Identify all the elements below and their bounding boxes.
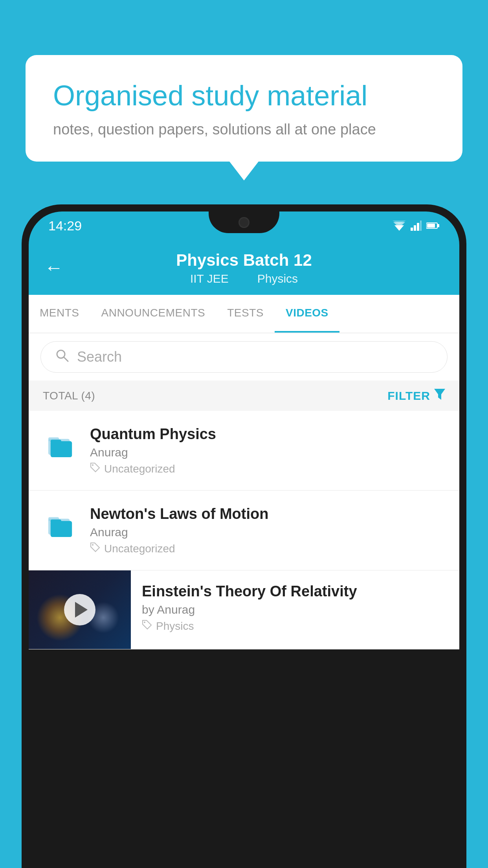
tag-label: Physics: [156, 620, 194, 633]
search-bar[interactable]: Search: [40, 341, 448, 373]
folder-icon: [43, 427, 78, 463]
search-container: Search: [29, 333, 459, 381]
subtitle-physics: Physics: [257, 272, 298, 285]
header-title: Physics Batch 12: [48, 251, 440, 270]
filter-row: TOTAL (4) FILTER: [29, 381, 459, 411]
svg-marker-12: [434, 389, 445, 400]
subtitle-sep: [241, 272, 248, 285]
svg-rect-6: [420, 221, 422, 231]
item-info: Quantum Physics Anurag Uncategorized: [90, 426, 445, 475]
video-tag: Physics: [142, 620, 448, 633]
svg-rect-8: [427, 224, 435, 228]
bubble-subtitle: notes, question papers, solutions all at…: [53, 121, 435, 138]
signal-icon: [411, 221, 422, 231]
list-item[interactable]: Quantum Physics Anurag Uncategorized: [29, 411, 459, 491]
svg-point-17: [92, 464, 94, 466]
speech-bubble: Organised study material notes, question…: [26, 55, 462, 162]
list-content: Quantum Physics Anurag Uncategorized: [29, 411, 459, 649]
item-title: Quantum Physics: [90, 426, 445, 443]
battery-icon: [426, 222, 440, 229]
filter-label: FILTER: [387, 389, 430, 403]
item-tag: Uncategorized: [90, 462, 445, 475]
list-item[interactable]: Newton's Laws of Motion Anurag Uncategor…: [29, 491, 459, 570]
svg-rect-9: [438, 224, 439, 227]
folder-icon: [43, 507, 78, 542]
video-list-item[interactable]: Einstein's Theory Of Relativity by Anura…: [29, 570, 459, 649]
play-button[interactable]: [64, 594, 95, 625]
video-thumbnail: [29, 570, 131, 649]
svg-point-22: [92, 544, 94, 546]
tab-ments[interactable]: MENTS: [29, 295, 90, 333]
svg-point-23: [144, 622, 145, 623]
notch: [209, 211, 279, 233]
app-header: ← Physics Batch 12 IIT JEE Physics: [29, 240, 459, 295]
wifi-icon: [393, 221, 406, 231]
status-bar: 14:29: [29, 211, 459, 240]
filter-button[interactable]: FILTER: [387, 388, 445, 403]
phone-frame: 14:29: [22, 204, 466, 868]
tab-tests[interactable]: TESTS: [216, 295, 275, 333]
tab-videos[interactable]: VIDEOS: [275, 295, 339, 333]
tabs-bar: MENTS ANNOUNCEMENTS TESTS VIDEOS: [29, 295, 459, 333]
svg-rect-20: [51, 521, 72, 537]
tab-announcements[interactable]: ANNOUNCEMENTS: [90, 295, 216, 333]
total-label: TOTAL (4): [43, 390, 95, 402]
item-tag: Uncategorized: [90, 542, 445, 555]
status-icons: [393, 221, 440, 231]
camera: [238, 217, 250, 228]
svg-rect-15: [51, 441, 72, 457]
search-placeholder: Search: [77, 349, 122, 365]
filter-funnel-icon: [434, 388, 445, 403]
item-info: Newton's Laws of Motion Anurag Uncategor…: [90, 506, 445, 555]
svg-rect-3: [411, 228, 413, 231]
item-title: Newton's Laws of Motion: [90, 506, 445, 522]
tag-icon: [90, 462, 100, 475]
svg-rect-5: [417, 223, 419, 231]
subtitle-iit: IIT JEE: [190, 272, 229, 285]
svg-rect-21: [51, 519, 61, 523]
tag-icon: [142, 620, 152, 633]
tag-icon: [90, 542, 100, 555]
header-subtitle: IIT JEE Physics: [48, 272, 440, 285]
svg-rect-4: [414, 225, 416, 231]
back-button[interactable]: ←: [44, 257, 63, 278]
video-title: Einstein's Theory Of Relativity: [142, 583, 448, 600]
tag-label: Uncategorized: [104, 542, 175, 555]
search-icon: [55, 348, 69, 366]
bubble-title: Organised study material: [53, 79, 435, 112]
status-time: 14:29: [48, 218, 82, 234]
video-info: Einstein's Theory Of Relativity by Anura…: [131, 570, 459, 645]
tag-label: Uncategorized: [104, 463, 175, 475]
video-author: by Anurag: [142, 603, 448, 616]
svg-rect-16: [51, 440, 61, 443]
item-author: Anurag: [90, 446, 445, 459]
phone-inner: 14:29: [29, 211, 459, 861]
item-author: Anurag: [90, 526, 445, 539]
svg-line-11: [64, 357, 68, 361]
speech-bubble-container: Organised study material notes, question…: [26, 55, 462, 162]
